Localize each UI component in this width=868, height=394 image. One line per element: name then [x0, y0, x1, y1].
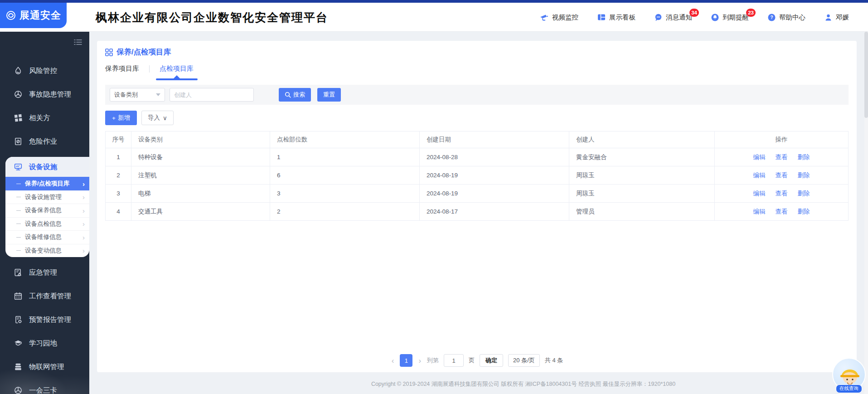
submenu-label: 设备保养信息: [25, 206, 62, 214]
delete-link[interactable]: 删除: [798, 154, 810, 161]
sidebar-collapse-icon[interactable]: [74, 39, 82, 47]
reset-button-label: 重置: [323, 91, 335, 99]
sidebar-item-one-meeting-three-cards[interactable]: 一会三卡: [0, 379, 89, 394]
nav-video-monitor[interactable]: 视频监控: [540, 13, 578, 22]
edit-link[interactable]: 编辑: [753, 154, 766, 161]
nav-label: 到期提醒: [723, 13, 749, 22]
import-button[interactable]: 导入 ∨: [141, 111, 174, 125]
goto-page-input[interactable]: [444, 354, 464, 367]
cell-part-count: 1: [270, 148, 420, 166]
submenu-item-change-info[interactable]: 设备变动信息 ›: [5, 244, 89, 258]
search-button[interactable]: 搜索: [279, 88, 311, 102]
confirm-page-button[interactable]: 确定: [480, 354, 503, 367]
filter-bar: 设备类别 搜索 重置: [105, 85, 849, 105]
add-button[interactable]: + 新增: [105, 111, 137, 125]
nav-display-board[interactable]: 展示看板: [597, 13, 635, 22]
submenu-dash: [16, 237, 21, 238]
tab-inspection-library[interactable]: 点检项目库: [150, 64, 204, 73]
sidebar-item-related-parties[interactable]: 相关方: [0, 106, 89, 130]
chevron-right-icon: ›: [82, 194, 85, 200]
chevron-right-icon: ›: [82, 234, 85, 241]
nav-label: 消息通知: [666, 13, 692, 22]
scrollbar-thumb[interactable]: [864, 32, 868, 118]
submenu-item-maintenance-inspection-library[interactable]: 保养/点检项目库 ›: [5, 177, 89, 190]
cell-creator: 周琼玉: [569, 166, 715, 185]
sidebar-item-risk-control[interactable]: 风险管控: [0, 59, 89, 83]
cell-part-count: 2: [270, 203, 420, 221]
edit-link[interactable]: 编辑: [753, 190, 766, 197]
view-link[interactable]: 查看: [776, 190, 788, 197]
device-category-select[interactable]: 设备类别: [110, 88, 165, 102]
cell-operations: 编辑查看删除: [715, 148, 849, 166]
edit-link[interactable]: 编辑: [753, 172, 766, 179]
delete-link[interactable]: 删除: [798, 190, 810, 197]
sidebar-item-iot-management[interactable]: 物联网管理: [0, 355, 89, 379]
view-link[interactable]: 查看: [776, 208, 788, 215]
sidebar-item-label: 事故隐患管理: [29, 90, 71, 99]
chevron-right-icon: ›: [82, 207, 85, 214]
delete-link[interactable]: 删除: [798, 172, 810, 179]
submenu-item-repair-info[interactable]: 设备维修信息 ›: [5, 230, 89, 244]
next-page-icon[interactable]: ›: [417, 357, 422, 365]
sidebar-item-dangerous-work[interactable]: 危险作业: [0, 130, 89, 153]
svg-text:?: ?: [770, 15, 773, 20]
emergency-doc-icon: [14, 268, 22, 277]
table-row: 2 注塑机 6 2024-08-19 周琼玉 编辑查看删除: [106, 166, 849, 185]
tab-maintenance-library[interactable]: 保养项目库: [105, 64, 149, 73]
cell-creator: 周琼玉: [569, 185, 715, 203]
sidebar-item-label: 设备设施: [29, 162, 57, 172]
cell-index: 2: [106, 166, 131, 185]
cell-create-date: 2024-08-17: [420, 203, 569, 221]
content-card: 保养/点检项目库 保养项目库 点检项目库 设备类别 搜索 重置: [97, 41, 857, 372]
sidebar-item-accident-hazard[interactable]: 事故隐患管理: [0, 83, 89, 106]
caret-down-icon: ∨: [163, 114, 167, 122]
page-size-select[interactable]: 20 条/页: [508, 354, 540, 367]
cell-create-date: 2024-08-19: [420, 185, 569, 203]
sidebar-item-work-view-management[interactable]: 工作查看管理: [0, 284, 89, 308]
hazard-wheel-icon: [14, 90, 22, 98]
nav-help-center[interactable]: ? 帮助中心: [768, 13, 805, 22]
sidebar-item-emergency-management[interactable]: 应急管理: [0, 261, 89, 284]
page-number-button[interactable]: 1: [400, 354, 412, 367]
permit-document-icon: [14, 137, 22, 146]
reset-button[interactable]: 重置: [317, 88, 341, 102]
submenu-label: 保养/点检项目库: [25, 180, 69, 188]
submenu-item-maintenance-info[interactable]: 设备保养信息 ›: [5, 204, 89, 217]
sidebar-item-label: 相关方: [29, 113, 50, 123]
nav-user-account[interactable]: 邓媛: [824, 13, 849, 22]
cell-create-date: 2024-08-19: [420, 166, 569, 185]
chevron-right-icon: ›: [82, 247, 85, 254]
cell-creator: 黄金安融合: [569, 148, 715, 166]
chevron-right-icon: ›: [82, 220, 85, 227]
view-link[interactable]: 查看: [776, 154, 788, 161]
col-header-create-date: 创建日期: [420, 131, 569, 148]
user-icon: [824, 14, 832, 21]
table-row: 1 特种设备 1 2024-08-28 黄金安融合 编辑查看删除: [106, 148, 849, 166]
prev-page-icon[interactable]: ‹: [391, 357, 395, 365]
plus-icon: +: [112, 115, 116, 122]
creator-input[interactable]: [170, 88, 254, 102]
nav-expiry-reminder[interactable]: 23 到期提醒: [711, 13, 749, 22]
dashboard-icon: [597, 14, 606, 21]
sidebar-item-warning-report-management[interactable]: 预警报告管理: [0, 308, 89, 331]
nav-label: 展示看板: [609, 13, 635, 22]
nav-message-notify[interactable]: 34 消息通知: [655, 13, 692, 22]
sidebar-item-label: 预警报告管理: [29, 315, 71, 325]
submenu-dash: [16, 197, 21, 197]
online-service-widget[interactable]: 在线查询: [831, 358, 867, 393]
submenu-label: 设备设施管理: [25, 193, 62, 201]
submenu-item-inspection-info[interactable]: 设备点检信息 ›: [5, 217, 89, 231]
device-category-select-value: 设备类别: [114, 91, 138, 99]
view-link[interactable]: 查看: [776, 172, 788, 179]
submenu-dash: [16, 210, 21, 211]
brand-logo-text: 展通安全: [19, 9, 61, 22]
sidebar-item-label: 一会三卡: [29, 386, 57, 394]
brand-logo: 展通安全: [0, 3, 67, 28]
sidebar-item-learning-garden[interactable]: 学习园地: [0, 331, 89, 355]
submenu-item-equipment-management[interactable]: 设备设施管理 ›: [5, 190, 89, 204]
import-button-label: 导入: [148, 114, 160, 122]
sidebar-item-equipment-facilities[interactable]: 设备设施: [5, 157, 89, 177]
delete-link[interactable]: 删除: [798, 208, 810, 215]
edit-link[interactable]: 编辑: [753, 208, 766, 215]
cell-creator: 管理员: [569, 203, 715, 221]
